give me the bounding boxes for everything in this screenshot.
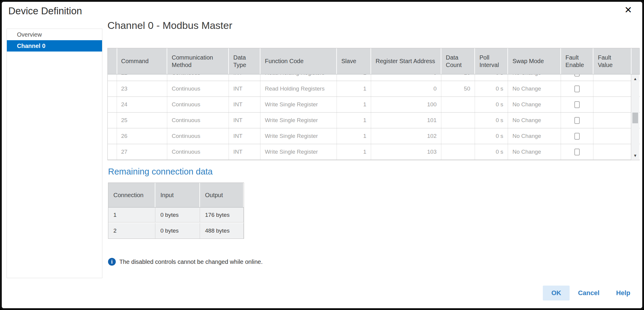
table-cell — [561, 128, 593, 144]
table-cell: 24 — [117, 97, 167, 112]
modbus-command-table: CommandCommunication MethodData TypeFunc… — [107, 48, 640, 160]
table-cell: No Change — [508, 74, 561, 81]
scrollbar-thumb[interactable] — [632, 113, 638, 123]
table-cell: Read Holding Registers — [260, 81, 337, 96]
table-cell: Continuous — [167, 128, 229, 144]
table-cell: 1 — [337, 97, 371, 112]
column-header: Data Type — [229, 48, 260, 74]
fault-enable-checkbox — [574, 74, 580, 77]
remaining-connection-table: ConnectionInputOutput 10 bytes176 bytes2… — [108, 183, 244, 239]
table-row: 20 bytes488 bytes — [108, 223, 244, 239]
table-cell — [108, 128, 117, 144]
column-header: Fault Value — [593, 48, 632, 74]
table-row: 23ContinuousINTRead Holding Registers105… — [108, 81, 640, 97]
dialog-footer: OK Cancel Help — [543, 286, 630, 300]
help-button[interactable]: Help — [616, 289, 630, 297]
column-header: Fault Enable — [561, 48, 593, 74]
table-cell: Continuous — [167, 81, 229, 96]
table-cell: 27 — [117, 144, 167, 160]
table-cell: 10 — [441, 74, 475, 81]
table-cell: INT — [229, 97, 260, 112]
device-definition-dialog: Device Definition ✕ Overview Channel 0 C… — [0, 0, 644, 310]
table-cell — [593, 113, 632, 128]
table-cell — [593, 144, 632, 160]
table-cell: 176 bytes — [200, 208, 244, 222]
column-header: Poll Interval — [475, 48, 508, 74]
table-cell: 23 — [117, 81, 167, 96]
info-icon: i — [108, 258, 116, 266]
column-header: Slave — [337, 48, 371, 74]
table-cell — [561, 74, 593, 81]
table-cell — [108, 113, 117, 128]
table-cell: 0 s — [475, 97, 508, 112]
table-cell: 0 — [371, 81, 441, 96]
table-cell: 102 — [371, 128, 441, 144]
table-cell: INT — [229, 144, 260, 160]
table-cell — [441, 97, 475, 112]
table-cell: No Change — [508, 128, 561, 144]
table-cell: 0 s — [475, 113, 508, 128]
connection-table-header: ConnectionInputOutput — [108, 183, 244, 208]
table-cell — [108, 144, 117, 160]
note-text: The disabled controls cannot be changed … — [119, 258, 262, 265]
column-header: Register Start Address — [371, 48, 441, 74]
table-cell: 101 — [371, 113, 441, 128]
column-header: Swap Mode — [508, 48, 561, 74]
ok-button[interactable]: OK — [543, 286, 570, 300]
column-header: Function Code — [260, 48, 337, 74]
table-cell: 1 — [337, 113, 371, 128]
fault-enable-checkbox — [574, 85, 580, 92]
command-table-viewport: 22ContinuousINTRead Holding Registers101… — [108, 74, 640, 160]
table-cell: 1 — [337, 74, 371, 81]
table-row: 27ContinuousINTWrite Single Register1103… — [108, 144, 640, 160]
table-cell: 488 bytes — [200, 223, 244, 239]
table-cell: 1 — [108, 208, 155, 222]
table-cell: 25 — [117, 113, 167, 128]
table-cell: INT — [229, 113, 260, 128]
sidebar-item-overview[interactable]: Overview — [7, 29, 102, 40]
table-cell: INT — [229, 128, 260, 144]
column-header: Output — [200, 183, 244, 207]
table-cell: 50 — [441, 81, 475, 96]
online-note: i The disabled controls cannot be change… — [108, 258, 262, 266]
table-cell: 22 — [117, 74, 167, 81]
dialog-title: Device Definition — [8, 5, 82, 17]
cancel-button[interactable]: Cancel — [578, 289, 599, 297]
table-cell — [441, 113, 475, 128]
table-cell — [561, 113, 593, 128]
remaining-connection-data-heading: Remaining connection data — [108, 167, 212, 177]
table-cell: 2 — [108, 223, 155, 239]
fault-enable-checkbox — [574, 117, 580, 124]
scroll-down-icon[interactable]: ▼ — [631, 153, 639, 158]
close-icon[interactable]: ✕ — [624, 5, 632, 15]
table-cell: Write Single Register — [260, 97, 337, 112]
page-title: Channel 0 - Modbus Master — [107, 20, 232, 31]
table-cell — [593, 81, 632, 96]
table-cell — [593, 128, 632, 144]
table-cell: 103 — [371, 144, 441, 160]
table-cell — [108, 81, 117, 96]
sidebar-item-channel-0[interactable]: Channel 0 — [7, 40, 102, 52]
table-cell — [441, 128, 475, 144]
table-cell: 0 bytes — [155, 208, 200, 222]
fault-enable-checkbox — [574, 133, 580, 140]
table-cell: Write Single Register — [260, 128, 337, 144]
table-cell — [593, 97, 632, 112]
scroll-up-icon[interactable]: ▲ — [631, 77, 639, 81]
table-cell: Write Single Register — [260, 144, 337, 160]
column-header: Command — [117, 48, 167, 74]
table-cell — [593, 74, 632, 81]
column-header: Data Count — [441, 48, 475, 74]
sidebar: Overview Channel 0 — [7, 29, 102, 278]
command-table-header: CommandCommunication MethodData TypeFunc… — [108, 48, 640, 74]
table-cell: No Change — [508, 81, 561, 96]
table-cell: 1 — [337, 144, 371, 160]
table-cell: Read Holding Registers — [260, 74, 337, 81]
table-cell: Continuous — [167, 74, 229, 81]
table-cell: 0 s — [475, 74, 508, 81]
command-table-body: 22ContinuousINTRead Holding Registers101… — [108, 74, 640, 160]
table-row: 26ContinuousINTWrite Single Register1102… — [108, 128, 640, 144]
table-cell: No Change — [508, 97, 561, 112]
vertical-scrollbar[interactable]: ▲ ▼ — [631, 74, 639, 160]
table-cell — [108, 97, 117, 112]
